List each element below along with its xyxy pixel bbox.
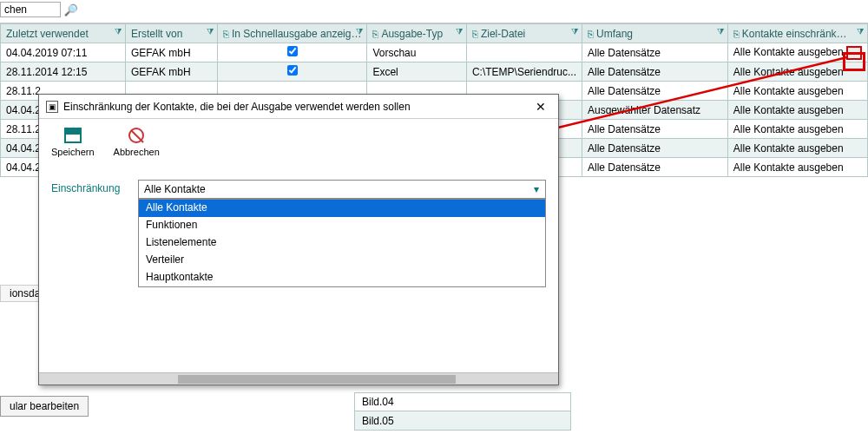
cancel-icon (128, 128, 144, 143)
dialog-icon: ▣ (46, 101, 58, 113)
search-icon[interactable]: 🔍 (64, 3, 78, 16)
save-button[interactable]: Speichern (51, 128, 95, 157)
list-item[interactable]: Bild.04 (354, 392, 571, 411)
filter-icon[interactable]: ⧩ (857, 27, 864, 37)
restriction-label: Einschränkung (51, 180, 129, 194)
cancel-label: Abbrechen (114, 147, 160, 157)
search-input[interactable] (0, 2, 61, 17)
save-icon (64, 128, 82, 143)
dropdown-option[interactable]: Verteiler (139, 252, 545, 269)
image-list: Bild.04Bild.05 (354, 392, 571, 431)
dropdown-option[interactable]: Listenelemente (139, 234, 545, 252)
filter-icon[interactable]: ⧩ (571, 27, 578, 37)
column-header[interactable]: ⎘Ziel-Datei⧩ (466, 24, 582, 43)
filter-icon[interactable]: ⧩ (356, 27, 363, 37)
restriction-dropdown: Alle KontakteFunktionenListenelementeVer… (138, 199, 546, 287)
ellipsis-button[interactable]: ⋯ (846, 46, 862, 60)
chevron-down-icon[interactable]: ▾ (528, 181, 545, 198)
column-header[interactable]: ⎘In Schnellausgabe anzeig…⧩ (217, 24, 366, 43)
column-header[interactable]: ⎘Ausgabe-Typ⧩ (367, 24, 467, 43)
filter-icon[interactable]: ⧩ (717, 27, 724, 37)
restrict-contacts-dialog: ▣ Einschränkung der Kontakte, die bei de… (38, 94, 559, 385)
column-header[interactable]: ⎘Umfang⧩ (582, 24, 727, 43)
column-header[interactable]: ⎘Kontakte einschränk…⧩ (727, 24, 867, 43)
table-row[interactable]: 28.11.2014 12:15GEFAK mbHExcelC:\TEMP\Se… (1, 62, 868, 82)
table-row[interactable]: 04.04.2019 07:11GEFAK mbHVorschauAlle Da… (1, 43, 868, 62)
quick-checkbox[interactable] (287, 46, 298, 56)
column-header[interactable]: Erstellt von⧩ (125, 24, 217, 43)
column-header[interactable]: Zuletzt verwendet⧩ (1, 24, 126, 43)
list-item[interactable]: Bild.05 (354, 411, 571, 431)
save-label: Speichern (51, 147, 95, 157)
filter-icon[interactable]: ⧩ (115, 27, 122, 37)
restriction-combo[interactable]: ▾ Alle KontakteFunktionenListenelementeV… (138, 180, 546, 199)
quick-checkbox[interactable] (287, 65, 298, 76)
dropdown-option[interactable]: Hauptkontakte (139, 269, 545, 286)
cancel-button[interactable]: Abbrechen (114, 128, 160, 157)
filter-icon[interactable]: ⧩ (207, 27, 214, 37)
edit-form-button[interactable]: ular bearbeiten (0, 396, 89, 417)
close-icon[interactable]: ✕ (530, 98, 551, 115)
dropdown-option[interactable]: Alle Kontakte (139, 200, 545, 217)
restriction-input[interactable] (138, 180, 546, 199)
dropdown-option[interactable]: Funktionen (139, 217, 545, 234)
dialog-title: Einschränkung der Kontakte, die bei der … (63, 101, 530, 113)
dialog-scrollbar[interactable] (39, 372, 558, 385)
filter-icon[interactable]: ⧩ (456, 27, 463, 37)
